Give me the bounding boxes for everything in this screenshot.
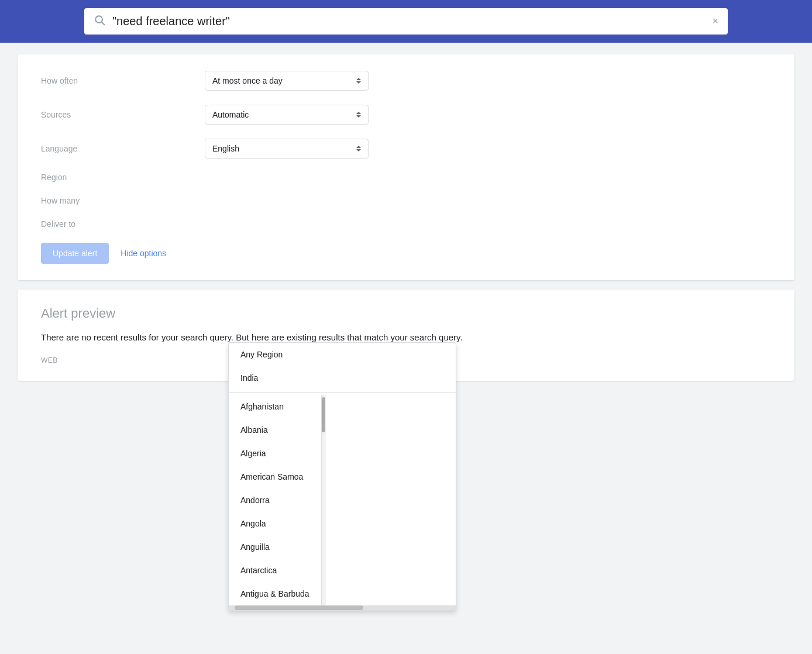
dropdown-scroll-wrapper: Afghanistan Albania Algeria American Sam… — [229, 395, 456, 605]
main-content: How often At most once a day At most onc… — [0, 43, 812, 393]
how-often-select[interactable]: At most once a day At most once a week A… — [205, 71, 369, 91]
dropdown-scrollbar-thumb — [322, 397, 325, 432]
how-many-label: How many — [41, 196, 205, 205]
settings-card: How often At most once a day At most onc… — [18, 54, 794, 280]
hide-options-link[interactable]: Hide options — [121, 249, 166, 258]
region-andorra[interactable]: Andorra — [229, 488, 321, 512]
region-albania[interactable]: Albania — [229, 418, 321, 442]
dropdown-divider — [229, 392, 456, 393]
update-alert-button[interactable]: Update alert — [41, 243, 109, 264]
svg-point-0 — [95, 16, 102, 23]
language-label: Language — [41, 144, 205, 153]
close-icon[interactable]: × — [712, 15, 718, 27]
how-many-row: How many — [41, 196, 771, 205]
region-algeria[interactable]: Algeria — [229, 442, 321, 465]
deliver-to-row: Deliver to — [41, 219, 771, 229]
header-bar: "need freelance writer" × — [0, 0, 812, 43]
dropdown-scrollbar-track — [321, 395, 326, 605]
region-antigua-barbuda[interactable]: Antigua & Barbuda — [229, 582, 321, 605]
dropdown-scroll-area[interactable]: Afghanistan Albania Algeria American Sam… — [229, 395, 321, 605]
how-often-label: How often — [41, 76, 205, 85]
preview-title: Alert preview — [41, 306, 771, 321]
region-row: Region Any Region India Afghanistan Alba… — [41, 173, 771, 182]
sources-select[interactable]: Automatic News Blogs Web — [205, 105, 369, 125]
dropdown-bottom-bar — [229, 605, 456, 610]
svg-line-1 — [102, 22, 104, 25]
buttons-row: Update alert Hide options — [41, 243, 771, 264]
search-box: "need freelance writer" × — [84, 8, 728, 35]
region-afghanistan[interactable]: Afghanistan — [229, 395, 321, 418]
region-american-samoa[interactable]: American Samoa — [229, 465, 321, 488]
region-antarctica[interactable]: Antarctica — [229, 559, 321, 582]
region-any-region[interactable]: Any Region — [229, 343, 456, 366]
sources-label: Sources — [41, 110, 205, 119]
language-select[interactable]: English French German Spanish — [205, 139, 369, 159]
region-anguilla[interactable]: Anguilla — [229, 535, 321, 559]
language-row: Language English French German Spanish — [41, 139, 771, 159]
sources-row: Sources Automatic News Blogs Web — [41, 105, 771, 125]
dropdown-top-section: Any Region India — [229, 343, 456, 393]
search-icon — [94, 14, 105, 29]
dropdown-horizontal-scroll — [235, 605, 363, 610]
search-query-text: "need freelance writer" — [112, 15, 712, 28]
how-often-row: How often At most once a day At most onc… — [41, 71, 771, 91]
region-india[interactable]: India — [229, 366, 456, 390]
region-dropdown: Any Region India Afghanistan Albania Alg… — [228, 342, 456, 611]
deliver-to-label: Deliver to — [41, 219, 205, 229]
region-angola[interactable]: Angola — [229, 512, 321, 535]
region-label: Region — [41, 173, 205, 182]
